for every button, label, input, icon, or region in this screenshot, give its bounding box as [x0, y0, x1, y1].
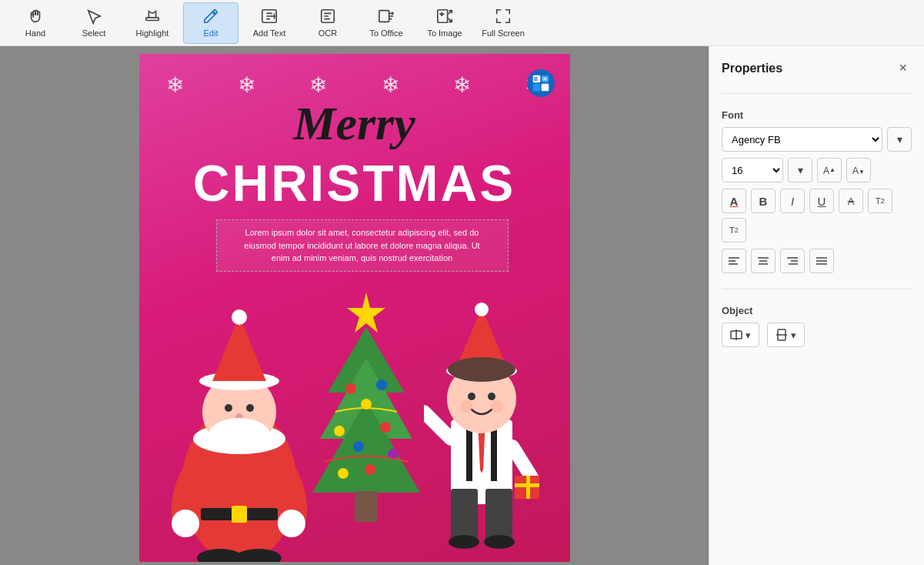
tool-edit[interactable]: Edit — [183, 2, 239, 44]
font-section: Font Agency FB ▾ 16 ▾ A▲ A▼ — [722, 109, 912, 273]
object-section: Object ▾ ▾ — [722, 305, 912, 347]
svg-point-40 — [380, 422, 391, 433]
svg-point-41 — [353, 441, 364, 452]
to-office-label: To Office — [369, 28, 402, 38]
boy-illustration — [424, 285, 539, 562]
svg-rect-8 — [541, 84, 549, 92]
decrease-font-size-button[interactable]: A▼ — [846, 158, 871, 182]
lorem-text-box[interactable]: Lorem ipsum dolor sit amet, consectetur … — [216, 219, 509, 272]
svg-point-65 — [449, 535, 479, 549]
svg-rect-64 — [515, 483, 539, 487]
object-section-label: Object — [722, 305, 912, 316]
svg-point-57 — [488, 393, 495, 400]
svg-point-36 — [345, 383, 356, 394]
tree-illustration — [309, 285, 424, 562]
justify-button[interactable] — [809, 249, 834, 273]
subscript-button[interactable]: T2 — [722, 218, 746, 242]
add-text-icon — [261, 8, 278, 27]
snowflake: ❄ — [382, 72, 399, 98]
svg-point-37 — [376, 379, 387, 390]
canvas-area[interactable]: B W ❄ ❄ ❄ ❄ ❄ ❄ Merry CHRISTMAS Lorem ip… — [0, 46, 709, 565]
to-image-icon — [436, 8, 453, 27]
snowflake: ❄ — [309, 72, 327, 98]
tool-ocr[interactable]: OCR — [300, 2, 355, 44]
tool-select[interactable]: Select — [66, 2, 122, 44]
svg-point-19 — [225, 404, 232, 412]
svg-text:A: A — [823, 165, 829, 176]
svg-text:W: W — [542, 76, 548, 82]
snowflake: ❄ — [453, 72, 471, 98]
panel-header: Properties × — [722, 59, 912, 78]
font-color-button[interactable]: A — [722, 189, 746, 213]
object-align-row: ▾ ▾ — [722, 323, 912, 347]
svg-marker-31 — [347, 293, 385, 333]
svg-rect-0 — [146, 18, 159, 21]
font-section-label: Font — [722, 109, 912, 121]
align-right-button[interactable] — [780, 249, 805, 273]
align-center-button[interactable] — [751, 249, 776, 273]
full-screen-label: Full Screen — [482, 28, 525, 38]
tool-to-image[interactable]: To Image — [417, 2, 472, 44]
svg-rect-48 — [451, 489, 478, 543]
svg-point-20 — [246, 404, 254, 412]
increase-font-size-button[interactable]: A▲ — [817, 158, 842, 182]
edit-icon — [202, 8, 219, 27]
svg-point-58 — [460, 400, 472, 413]
full-screen-icon — [495, 8, 512, 27]
divider-1 — [722, 93, 912, 94]
select-icon — [85, 8, 102, 27]
tool-add-text[interactable]: Add Text — [242, 2, 297, 44]
object-vertical-align-button[interactable]: ▾ — [767, 323, 805, 347]
tool-hand[interactable]: Hand — [8, 2, 63, 44]
chevron-down-icon[interactable]: ▾ — [887, 127, 912, 152]
svg-text:A: A — [852, 165, 859, 176]
svg-point-44 — [338, 468, 349, 479]
tool-to-office[interactable]: To Office — [359, 2, 414, 44]
svg-point-43 — [365, 464, 375, 475]
chevron-down-icon-size[interactable]: ▾ — [788, 158, 812, 182]
svg-point-54 — [475, 303, 489, 316]
svg-line-61 — [512, 446, 532, 477]
svg-rect-3 — [379, 11, 389, 22]
hand-icon — [27, 8, 44, 27]
bold-button[interactable]: B — [751, 189, 776, 213]
tool-full-screen[interactable]: Full Screen — [475, 2, 531, 44]
hand-label: Hand — [25, 28, 45, 38]
select-label: Select — [82, 28, 106, 38]
svg-text:▼: ▼ — [859, 169, 865, 176]
main-area: B W ❄ ❄ ❄ ❄ ❄ ❄ Merry CHRISTMAS Lorem ip… — [0, 46, 924, 565]
snowflake: ❄ — [166, 72, 184, 98]
highlight-label: Highlight — [136, 28, 169, 38]
svg-rect-13 — [232, 506, 247, 523]
ocr-icon — [319, 8, 336, 27]
svg-text:▲: ▲ — [829, 166, 836, 173]
font-name-row: Agency FB ▾ — [722, 127, 912, 152]
tool-highlight[interactable]: Highlight — [125, 2, 180, 44]
divider-2 — [722, 289, 912, 289]
strikethrough-button[interactable]: A — [839, 189, 863, 213]
christmas-text: CHRISTMAS — [139, 154, 570, 212]
svg-point-24 — [235, 421, 259, 430]
ocr-label: OCR — [319, 28, 337, 38]
font-name-select[interactable]: Agency FB — [722, 127, 882, 152]
svg-point-59 — [491, 400, 503, 413]
font-size-row: 16 ▾ A▲ A▼ — [722, 158, 912, 182]
svg-point-27 — [172, 510, 199, 537]
svg-line-60 — [424, 412, 451, 439]
align-left-button[interactable] — [722, 249, 746, 273]
close-panel-button[interactable]: × — [894, 59, 912, 78]
to-image-label: To Image — [427, 28, 462, 38]
superscript-button[interactable]: T2 — [868, 189, 892, 213]
highlight-icon — [144, 8, 161, 27]
document: B W ❄ ❄ ❄ ❄ ❄ ❄ Merry CHRISTMAS Lorem ip… — [139, 54, 570, 562]
svg-rect-35 — [355, 491, 378, 522]
dropdown-arrow: ▾ — [746, 329, 751, 341]
svg-marker-17 — [212, 316, 266, 381]
font-size-select[interactable]: 16 — [722, 158, 783, 182]
format-buttons-row: A B I U A T2 T2 — [722, 189, 912, 242]
italic-button[interactable]: I — [780, 189, 805, 213]
svg-rect-49 — [485, 489, 512, 543]
dropdown-arrow-2: ▾ — [791, 329, 796, 341]
object-horizontal-align-button[interactable]: ▾ — [722, 323, 759, 347]
underline-button[interactable]: U — [809, 189, 834, 213]
